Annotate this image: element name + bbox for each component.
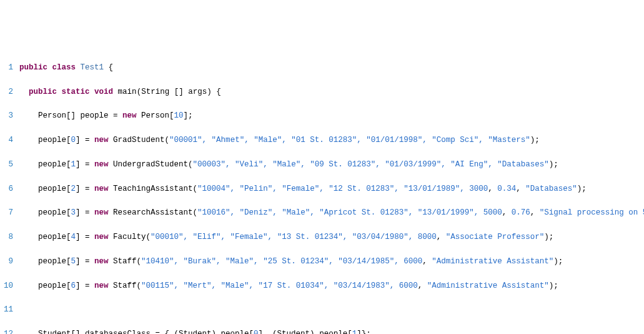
blank-line [19,304,644,316]
code-text: people[ [38,185,71,193]
code-text: ] = [76,208,94,217]
number-literal: 0 [254,330,259,334]
line-number: 9 [4,256,13,268]
code-text: people[ [38,233,71,241]
code-text: Staff( [109,281,142,290]
code-text: , [422,257,432,266]
keyword: new [94,208,109,217]
line-number: 5 [4,159,13,171]
code-line: public static void main(String [] args) … [19,86,644,98]
keyword: static [62,88,90,96]
keyword: new [94,281,109,290]
code-line: public class Test1 { [19,62,644,74]
string-literal: "10016", "Deniz", "Male", "Apricot St. 0… [197,208,483,217]
type-name: Student [38,330,71,334]
number-literal: 3 [71,208,76,217]
keyword: class [52,63,76,72]
number-literal: 6000 [404,257,422,266]
brace: { [216,88,221,96]
code-text: ); [544,233,553,241]
code-text: ] = [76,160,94,169]
code-text: , [488,185,497,193]
code-line: people[5] = new Staff("10410", "Burak", … [19,256,644,268]
code-line: people[0] = new GradStudent("00001", "Ah… [19,134,644,146]
type-name: Person [38,111,66,120]
line-number: 6 [4,183,13,195]
code-text: [] people = [66,111,122,120]
line-number: 8 [4,231,13,243]
string-literal: "00115", "Mert", "Male", "17 St. 01034",… [141,281,399,290]
params: (String [] args) [137,88,212,96]
code-line: Student[] databasesClass = { (Student) p… [19,328,644,334]
code-text: TeachingAssistant( [109,185,198,193]
number-literal: 2 [71,185,76,193]
code-line: people[2] = new TeachingAssistant("10004… [19,183,644,195]
number-literal: 0 [71,136,76,144]
code-line: people[6] = new Staff("00115", "Mert", "… [19,280,644,292]
class-name: Test1 [81,63,104,72]
string-literal: "Signal processing on 5G datasets" [540,208,644,217]
keyword: new [94,160,109,169]
string-literal: "Databases" [525,185,577,193]
string-literal: "10004", "Pelin", "Female", "12 St. 0128… [197,185,469,193]
code-text: ]}; [357,330,371,334]
brace: { [109,63,114,72]
keyword: new [94,233,109,241]
line-number: 11 [4,304,13,316]
number-literal: 8000 [418,233,437,241]
code-text: ] = [76,233,94,241]
number-literal: 4 [71,233,76,241]
line-number: 1 [4,62,13,74]
line-number: 10 [4,280,13,292]
code-text: ); [549,160,558,169]
code-text: , [418,281,427,290]
number-literal: 3000 [469,185,488,193]
code-editor: 1 2 3 4 5 6 7 8 9 10 11 12 13 14 15 16 1… [0,49,644,335]
code-text: , [516,185,525,193]
line-number: 12 [4,328,13,334]
line-number-gutter: 1 2 3 4 5 6 7 8 9 10 11 12 13 14 15 16 1… [0,49,19,335]
line-number: 2 [4,86,13,98]
code-text: ] = [76,257,94,266]
keyword: new [94,136,109,144]
code-text: Person[ [137,111,174,120]
code-text: Faculty( [109,233,151,241]
number-literal: 0.76 [512,208,530,217]
code-text: people[ [38,136,71,144]
code-area[interactable]: public class Test1 { public static void … [19,49,644,335]
code-text: ] = [76,185,94,193]
number-literal: 0.34 [497,185,516,193]
code-text: ] = [76,136,94,144]
code-text: ] = [76,281,94,290]
string-literal: "00010", "Elif", "Female", "13 St. 01234… [151,233,418,241]
number-literal: 10 [174,111,184,120]
code-text: ); [553,257,563,266]
string-literal: "00001", "Ahmet", "Male", "01 St. 01283"… [169,136,530,144]
code-line: Person[] people = new Person[10]; [19,110,644,122]
code-text: people[ [38,160,71,169]
number-literal: 5000 [483,208,502,217]
code-text: ], (Student) people[ [259,330,352,334]
code-text: people[ [38,208,71,217]
number-literal: 6 [71,281,76,290]
string-literal: "Administrative Assistant" [427,281,549,290]
string-literal: "00003", "Veli", "Male", "09 St. 01283",… [193,160,549,169]
string-literal: "10410", "Burak", "Male", "25 St. 01234"… [141,257,404,266]
code-line: people[4] = new Faculty("00010", "Elif",… [19,231,644,243]
number-literal: 5 [71,257,76,266]
keyword: public [29,88,57,96]
line-number: 3 [4,110,13,122]
code-text: ); [549,281,558,290]
code-text: [] databasesClass = { (Student) people[ [71,330,254,334]
line-number: 7 [4,207,13,219]
string-literal: "Administrative Assistant" [432,257,553,266]
number-literal: 6000 [399,281,418,290]
code-text: , [502,208,512,217]
keyword: void [94,88,113,96]
code-text: UndergradStudent( [109,160,193,169]
code-text: people[ [38,257,71,266]
code-text: ); [530,136,540,144]
code-text: ); [577,185,587,193]
code-text: ]; [184,111,193,120]
code-line: people[1] = new UndergradStudent("00003"… [19,159,644,171]
